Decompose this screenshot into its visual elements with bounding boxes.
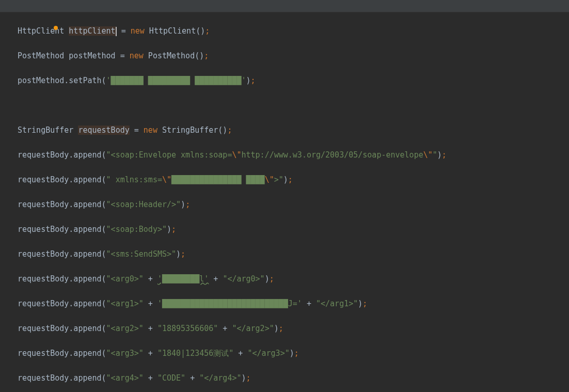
code-line: requestBody.append("<sms:SendSMS>");	[0, 248, 569, 260]
breakpoint-or-bookmark-icon[interactable]	[54, 26, 58, 30]
code-line: StringBuffer requestBody = new StringBuf…	[0, 124, 569, 136]
code-line: requestBody.append("<arg0>" + '████████l…	[0, 273, 569, 285]
code-line: requestBody.append("<arg3>" + "1840|1234…	[0, 347, 569, 359]
text: HttpClient	[18, 26, 69, 36]
code-line: postMethod.setPath('███████ █████████ ██…	[0, 74, 569, 87]
code-line: requestBody.append(" xmlns:sms=\"███████…	[0, 174, 569, 186]
code-line: PostMethod postMethod = new PostMethod()…	[0, 50, 569, 62]
editor-tab-strip	[0, 0, 569, 12]
redacted-string: '████████l'	[157, 274, 209, 284]
blank-line	[0, 99, 569, 112]
code-line: requestBody.append("<soap:Header/>");	[0, 198, 569, 211]
code-line: requestBody.append("<soap:Envelope xmlns…	[0, 149, 569, 161]
code-line: requestBody.append("<arg2>" + "188953566…	[0, 322, 569, 335]
code-editor[interactable]: HttpClient httpClient = new HttpClient()…	[0, 12, 569, 392]
code-line: requestBody.append("<arg4>" + "CODE" + "…	[0, 372, 569, 384]
variable-def-highlight: httpClient	[69, 26, 115, 36]
redacted-string: '███████ █████████ ██████████'	[106, 76, 246, 85]
variable-def-highlight: requestBody	[78, 126, 129, 135]
redacted-string: ███████████████ ████	[171, 175, 265, 184]
code-line: HttpClient httpClient = new HttpClient()…	[0, 25, 569, 37]
redacted-string: '███████████████████████████J='	[157, 299, 302, 308]
code-line: requestBody.append("<soap:Body>");	[0, 223, 569, 236]
code-line: requestBody.append("<arg1>" + '█████████…	[0, 297, 569, 310]
